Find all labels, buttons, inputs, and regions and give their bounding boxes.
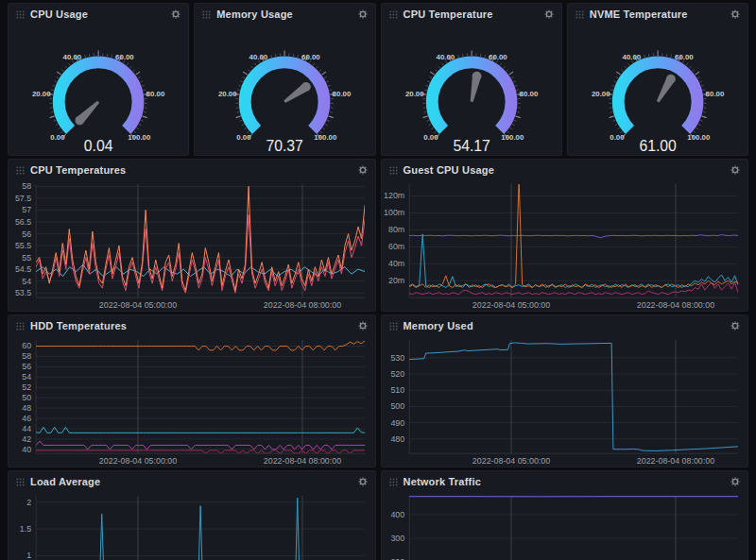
svg-text:120m: 120m — [384, 191, 404, 200]
svg-text:57: 57 — [22, 205, 31, 214]
svg-text:20.00: 20.00 — [218, 90, 237, 98]
svg-text:20m: 20m — [387, 276, 404, 285]
drag-handle-icon[interactable] — [16, 10, 25, 19]
panel-header: Memory Usage — [195, 4, 374, 25]
svg-text:80.00: 80.00 — [146, 90, 165, 98]
panel-title: HDD Temperatures — [30, 320, 127, 331]
svg-text:1.5: 1.5 — [20, 524, 31, 534]
svg-text:100.00: 100.00 — [128, 133, 151, 142]
svg-text:60m: 60m — [387, 242, 404, 251]
panel-memory-used: Memory Used 4804905005105205302022-08-04… — [381, 314, 749, 467]
svg-text:0.00: 0.00 — [423, 133, 438, 142]
svg-text:60.00: 60.00 — [301, 53, 320, 61]
panel-nvme-temperature: NVME Temperature 0.0020.0040.0060.0080.0… — [567, 3, 748, 156]
gear-icon[interactable] — [358, 165, 368, 175]
gear-icon[interactable] — [171, 9, 180, 19]
panel-header: HDD Temperatures — [9, 315, 375, 336]
svg-text:2022-08-04 08:00:00: 2022-08-04 08:00:00 — [264, 300, 341, 310]
svg-text:2022-08-04 08:00:00: 2022-08-04 08:00:00 — [264, 456, 341, 466]
svg-text:300: 300 — [390, 534, 404, 543]
drag-handle-icon[interactable] — [202, 10, 211, 19]
svg-text:20.00: 20.00 — [32, 90, 51, 98]
gear-icon[interactable] — [730, 321, 740, 331]
panel-guest-cpu-usage: Guest CPU Usage 20m40m60m80m100m120m2022… — [381, 159, 749, 312]
panel-title: NVME Temperature — [590, 8, 688, 20]
panel-header: CPU Temperatures — [9, 160, 375, 180]
drag-handle-icon[interactable] — [389, 10, 398, 19]
svg-text:2022-08-04 05:00:00: 2022-08-04 05:00:00 — [472, 456, 549, 466]
timeseries-chart[interactable]: 4804905005105205302022-08-04 05:00:00202… — [382, 336, 748, 467]
panel-header: CPU Usage — [9, 4, 188, 25]
svg-text:53.5: 53.5 — [15, 288, 31, 297]
svg-text:100.00: 100.00 — [501, 133, 524, 142]
gear-icon[interactable] — [730, 9, 740, 19]
gear-icon[interactable] — [544, 9, 554, 19]
svg-text:530: 530 — [390, 353, 404, 363]
panel-title: Memory Usage — [216, 8, 293, 20]
svg-text:20.00: 20.00 — [404, 90, 423, 98]
gear-icon[interactable] — [358, 9, 368, 19]
svg-text:80m: 80m — [387, 225, 404, 234]
svg-text:20.00: 20.00 — [592, 90, 610, 98]
svg-text:2: 2 — [26, 498, 31, 507]
panel-title: CPU Temperature — [404, 8, 493, 20]
timeseries-chart[interactable]: 0.511.522022-08-04 05:00:002022-08-04 08… — [9, 492, 375, 560]
drag-handle-icon[interactable] — [389, 322, 398, 331]
timeseries-chart[interactable]: 53.55454.55555.55656.55757.5582022-08-04… — [9, 180, 375, 311]
svg-text:44: 44 — [22, 424, 31, 433]
svg-text:0.00: 0.00 — [50, 133, 65, 142]
drag-handle-icon[interactable] — [16, 166, 25, 175]
panel-header: Network Traffic — [382, 471, 748, 492]
svg-text:2022-08-04 05:00:00: 2022-08-04 05:00:00 — [472, 300, 549, 310]
svg-text:54.5: 54.5 — [15, 264, 31, 274]
panel-load-average: Load Average 0.511.522022-08-04 05:00:00… — [8, 470, 376, 560]
gear-icon[interactable] — [358, 321, 368, 331]
drag-handle-icon[interactable] — [576, 10, 584, 19]
panel-hdd-temperatures: HDD Temperatures 40424446485052545658602… — [8, 314, 376, 467]
svg-text:55.5: 55.5 — [15, 241, 31, 250]
svg-text:46: 46 — [22, 414, 31, 423]
panel-network-traffic: Network Traffic 1002003004002022-08-04 0… — [381, 470, 749, 560]
svg-text:80.00: 80.00 — [519, 90, 538, 98]
svg-text:0.00: 0.00 — [236, 133, 251, 142]
svg-text:48: 48 — [22, 403, 31, 413]
svg-text:510: 510 — [390, 385, 404, 395]
panel-cpu-temperature: CPU Temperature 0.0020.0040.0060.0080.00… — [381, 3, 562, 156]
gear-icon[interactable] — [730, 165, 740, 175]
svg-text:54.17: 54.17 — [453, 138, 490, 154]
drag-handle-icon[interactable] — [389, 166, 398, 175]
drag-handle-icon[interactable] — [389, 478, 398, 486]
timeseries-chart[interactable]: 1002003004002022-08-04 05:00:002022-08-0… — [382, 492, 748, 560]
svg-text:520: 520 — [390, 369, 404, 379]
panel-memory-usage: Memory Usage 0.0020.0040.0060.0080.00100… — [194, 3, 375, 156]
svg-text:55: 55 — [22, 253, 31, 263]
panel-title: Guest CPU Usage — [404, 164, 495, 176]
svg-text:2022-08-04 05:00:00: 2022-08-04 05:00:00 — [99, 456, 177, 466]
svg-text:2022-08-04 05:00:00: 2022-08-04 05:00:00 — [99, 300, 177, 310]
svg-text:2022-08-04 08:00:00: 2022-08-04 08:00:00 — [636, 456, 713, 466]
svg-text:61.00: 61.00 — [639, 138, 677, 154]
svg-text:60.00: 60.00 — [675, 53, 694, 61]
timeseries-chart[interactable]: 20m40m60m80m100m120m2022-08-04 05:00:002… — [382, 180, 748, 311]
svg-text:56: 56 — [22, 362, 31, 371]
dashboard-grid: CPU Usage 0.0020.0040.0060.0080.00100.00… — [8, 3, 748, 560]
timeseries-chart[interactable]: 40424446485052545658602022-08-04 05:00:0… — [9, 336, 375, 467]
svg-text:80.00: 80.00 — [705, 90, 724, 98]
svg-text:57.5: 57.5 — [15, 194, 31, 203]
drag-handle-icon[interactable] — [16, 478, 25, 486]
gear-icon[interactable] — [358, 477, 368, 486]
panel-header: Load Average — [9, 471, 375, 492]
svg-text:54: 54 — [22, 277, 31, 286]
svg-text:40.00: 40.00 — [622, 53, 641, 61]
svg-text:50: 50 — [22, 393, 31, 402]
gear-icon[interactable] — [730, 477, 740, 486]
panel-title: CPU Temperatures — [30, 164, 126, 176]
svg-text:0.00: 0.00 — [610, 133, 625, 142]
svg-text:42: 42 — [22, 434, 31, 444]
svg-text:58: 58 — [22, 351, 31, 361]
svg-text:56: 56 — [22, 229, 31, 239]
svg-text:100.00: 100.00 — [687, 133, 711, 142]
svg-text:80.00: 80.00 — [333, 90, 352, 98]
svg-text:0.04: 0.04 — [84, 138, 113, 154]
drag-handle-icon[interactable] — [16, 322, 25, 331]
